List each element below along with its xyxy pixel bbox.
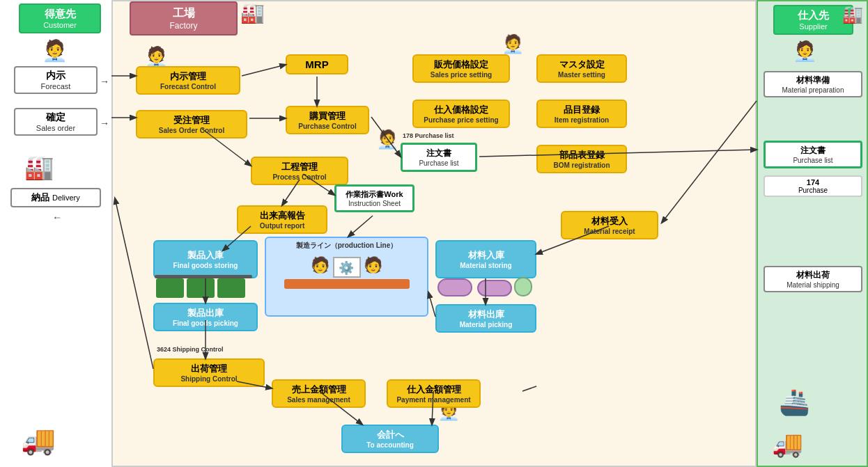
machine-box: ⚙️ bbox=[333, 257, 361, 278]
forecast-control-node[interactable]: 内示管理 Forecast Control bbox=[136, 66, 240, 95]
material-receipt-jp: 材料受入 bbox=[566, 215, 653, 228]
material-cylinder-1 bbox=[437, 278, 472, 296]
purchase-price-jp: 仕入価格設定 bbox=[418, 104, 504, 116]
main-container: 得意先 Customer 🧑‍💼 内示 Forecast → 確定 Sales … bbox=[0, 0, 868, 467]
material-receipt-en: Material receipt bbox=[566, 228, 653, 235]
supplier-purchase-list-jp: 注文書 bbox=[769, 145, 857, 157]
work-instruction-en: Instruction Sheet bbox=[341, 200, 408, 207]
arrow-salesorder: → bbox=[100, 118, 109, 129]
final-goods-picking-node[interactable]: 製品出庫 Final goods picking bbox=[153, 303, 258, 331]
material-picking-en: Material picking bbox=[441, 321, 531, 329]
shelf-bar bbox=[155, 275, 252, 278]
purchase-list-center-en: Purchase list bbox=[407, 159, 471, 167]
master-setting-node[interactable]: マスタ設定 Master setting bbox=[536, 54, 627, 83]
salesorder-en: Sales order bbox=[19, 124, 93, 132]
supplier-panel: 仕入先 Supplier 🧑‍💼 🏭 材料準備 Material prepara… bbox=[757, 0, 868, 467]
material-picking-jp: 材料出庫 bbox=[441, 308, 531, 321]
supplier-header-en: Supplier bbox=[780, 22, 846, 31]
customer-factory-icon: 🏭 bbox=[24, 153, 54, 181]
purchase-list-center-node[interactable]: 注文書 Purchase list bbox=[401, 143, 477, 172]
goods-block-1 bbox=[156, 278, 184, 298]
item-registration-node[interactable]: 品目登録 Item registration bbox=[536, 100, 627, 128]
payment-mgmt-jp: 仕入金額管理 bbox=[392, 383, 475, 396]
conveyor-belt bbox=[284, 279, 410, 289]
purchase-price-node[interactable]: 仕入価格設定 Purchase price setting bbox=[412, 100, 510, 128]
sales-order-en: Sales Order Control bbox=[141, 127, 242, 134]
work-instruction-jp: 作業指示書Work bbox=[341, 189, 408, 200]
material-storing-node[interactable]: 材料入庫 Material storing bbox=[435, 240, 536, 278]
supplier-header: 仕入先 Supplier bbox=[773, 5, 853, 35]
delivery-text: 納品 Delivery bbox=[15, 191, 96, 204]
process-control-node[interactable]: 工程管理 Process Control bbox=[251, 157, 348, 185]
material-storing-en: Material storing bbox=[460, 262, 511, 269]
person-purchase-control: 🧑‍💼 bbox=[376, 129, 398, 150]
mrp-node[interactable]: MRP bbox=[286, 54, 348, 74]
person-forecast-control: 🧑‍💼 bbox=[144, 45, 169, 68]
forecast-jp: 内示 bbox=[19, 70, 93, 82]
purchase-178-badge: 178 Purchase list bbox=[403, 132, 454, 139]
customer-header: 得意先 Customer bbox=[19, 3, 101, 33]
factory-en: Factory bbox=[134, 21, 233, 31]
final-goods-picking-en: Final goods picking bbox=[159, 319, 252, 327]
sales-order-control-node[interactable]: 受注管理 Sales Order Control bbox=[136, 110, 247, 138]
delivery-box[interactable]: 納品 Delivery bbox=[10, 188, 101, 207]
supplier-purchase-list-en: Purchase list bbox=[769, 157, 857, 164]
supplier-header-jp: 仕入先 bbox=[780, 9, 846, 22]
truck-icon-customer: 🚚 bbox=[21, 424, 56, 457]
material-prep-box[interactable]: 材料準備 Material preparation bbox=[764, 71, 862, 97]
supplier-person-icon: 🧑‍💼 bbox=[793, 40, 817, 63]
factory-jp: 工場 bbox=[134, 6, 233, 21]
material-prep-jp: 材料準備 bbox=[768, 74, 858, 86]
factory-icon-top: 🏭 bbox=[240, 1, 265, 24]
final-goods-storing-node[interactable]: 製品入庫 Final goods storing bbox=[153, 240, 258, 278]
goods-block-2 bbox=[187, 278, 215, 298]
purchase-174-num: 174 bbox=[768, 178, 858, 187]
output-report-node[interactable]: 出来高報告 Output report bbox=[237, 205, 327, 234]
work-instruction-node[interactable]: 作業指示書Work Instruction Sheet bbox=[334, 184, 414, 212]
bom-reg-en: BOM registration bbox=[542, 161, 621, 169]
material-picking-node[interactable]: 材料出庫 Material picking bbox=[435, 304, 536, 333]
forecast-box[interactable]: 内示 Forecast bbox=[14, 66, 98, 94]
forecast-control-jp: 内示管理 bbox=[141, 70, 235, 83]
material-receipt-node[interactable]: 材料受入 Material receipt bbox=[561, 211, 658, 239]
shipping-control-jp: 出荷管理 bbox=[159, 363, 259, 375]
factory-header-box: 工場 Factory bbox=[130, 1, 238, 35]
accounting-node[interactable]: 会計へ To accounting bbox=[341, 425, 439, 453]
customer-header-jp: 得意先 bbox=[26, 8, 94, 21]
purchase-174-badge: 174 Purchase bbox=[764, 175, 862, 197]
material-cylinder-2 bbox=[477, 280, 512, 296]
sales-mgmt-en: Sales management bbox=[277, 396, 360, 404]
purchase-control-node[interactable]: 購買管理 Purchase Control bbox=[286, 106, 369, 134]
output-report-jp: 出来高報告 bbox=[242, 209, 322, 222]
material-ship-box[interactable]: 材料出荷 Material shipping bbox=[764, 266, 862, 292]
shipping-3624-badge: 3624 Shipping Control bbox=[157, 346, 224, 353]
production-line-area: 製造ライン（production Line） 🧑 ⚙️ 🧑 bbox=[265, 237, 428, 317]
gear-icon: ⚙️ bbox=[339, 260, 354, 276]
sales-management-node[interactable]: 売上金額管理 Sales management bbox=[272, 379, 366, 408]
master-setting-en: Master setting bbox=[542, 71, 621, 79]
accounting-jp: 会計へ bbox=[347, 429, 433, 441]
customer-panel: 得意先 Customer 🧑‍💼 内示 Forecast → 確定 Sales … bbox=[3, 0, 111, 467]
master-setting-jp: マスタ設定 bbox=[542, 58, 621, 71]
final-goods-storing-jp: 製品入庫 bbox=[187, 249, 224, 262]
accounting-en: To accounting bbox=[347, 441, 433, 449]
purchase-list-center-jp: 注文書 bbox=[407, 148, 471, 159]
production-illustration: 🧑 ⚙️ 🧑 bbox=[266, 256, 427, 289]
payment-management-node[interactable]: 仕入金額管理 Payment management bbox=[387, 379, 481, 408]
shipping-control-node[interactable]: 出荷管理 Shipping Control bbox=[153, 358, 265, 387]
final-goods-picking-jp: 製品出庫 bbox=[159, 307, 252, 319]
truck-icon-supplier2: 🚚 bbox=[772, 429, 803, 459]
sales-price-node[interactable]: 販売価格設定 Sales price setting bbox=[412, 54, 510, 83]
item-reg-en: Item registration bbox=[542, 116, 621, 124]
purchase-control-en: Purchase Control bbox=[291, 122, 364, 130]
shipping-control-en: Shipping Control bbox=[159, 375, 259, 383]
material-ship-jp: 材料出荷 bbox=[768, 269, 858, 281]
customer-header-en: Customer bbox=[26, 21, 94, 29]
output-report-en: Output report bbox=[242, 222, 322, 230]
bom-registration-node[interactable]: 部品表登録 BOM registration bbox=[536, 145, 627, 173]
process-control-en: Process Control bbox=[256, 173, 343, 181]
supplier-purchase-list-box[interactable]: 注文書 Purchase list bbox=[764, 141, 862, 168]
sales-price-en: Sales price setting bbox=[418, 71, 504, 79]
salesorder-box[interactable]: 確定 Sales order bbox=[14, 108, 98, 136]
person-master: 🧑‍💼 bbox=[502, 33, 524, 55]
